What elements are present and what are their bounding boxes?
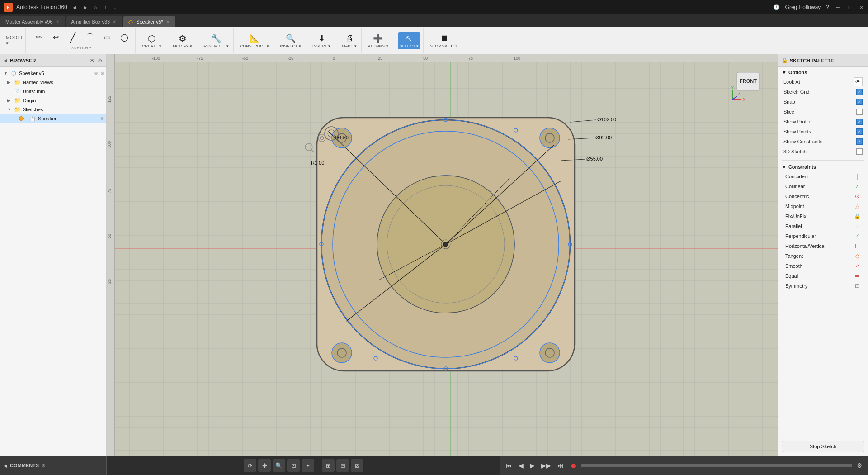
tree-item-units[interactable]: ▶ 📄 Units: mm [0,87,106,96]
comments-collapse-btn[interactable]: ◀ [4,463,7,468]
smooth-constraint[interactable]: Smooth ↗ [782,261,864,271]
smooth-label: Smooth [785,263,802,269]
show-profile-checkbox[interactable] [856,119,863,125]
select-dropdown[interactable]: ↖ SELECT ▾ [398,32,420,49]
toolbar-addins-group: ➕ ADD-INS ▾ [363,28,393,53]
coincident-constraint[interactable]: Coincident | [782,171,864,181]
insert-dropdown[interactable]: ⬇ INSERT ▾ [311,32,332,49]
perpendicular-constraint[interactable]: Perpendicular ✓ [782,231,864,241]
show-points-checkbox[interactable] [856,128,863,135]
look-at-btn[interactable]: 👁 [854,77,863,86]
parallel-constraint[interactable]: Parallel ⟋ [782,221,864,231]
comments-settings-icon[interactable]: ⚙ [42,463,46,468]
settings-timeline-btn[interactable]: ⚙ [855,460,864,471]
tree-item-speaker-v5[interactable]: ▼ ⬡ Speaker v5 👁 ⚙ [0,69,106,78]
maximize-button[interactable]: □ [846,4,853,10]
browser-eye-icon[interactable]: 👁 [90,57,95,64]
create-dropdown[interactable]: ⬡ CREATE ▾ [140,32,163,49]
left-panel: ◀ BROWSER 👁 ⚙ ▼ ⬡ Speaker v5 👁 ⚙ ▶ 📁 Nam… [0,54,107,456]
palette-constraints-header[interactable]: ▼ Constraints [782,164,864,170]
symmetry-constraint[interactable]: Symmetry ⊡ [782,281,864,291]
fix-unfix-constraint[interactable]: Fix/UnFix 🔒 [782,211,864,221]
rectangle-btn[interactable]: ▭ [99,31,115,44]
next-btn[interactable]: ▶▶ [539,460,553,471]
tangent-constraint[interactable]: Tangent ◇ [782,251,864,261]
help-icon[interactable]: ? [826,4,829,10]
tree-item-named-views[interactable]: ▶ 📁 Named Views [0,78,106,87]
assemble-dropdown[interactable]: 🔧 ASSEMBLE ▾ [202,32,231,49]
visibility-icon[interactable]: 👁 [94,71,99,76]
stop-sketch-toolbar-btn[interactable]: ⏹ STOP SKETCH [428,32,460,49]
equal-constraint[interactable]: Equal ═ [782,271,864,281]
tab-close-amplifier[interactable]: ✕ [113,19,116,24]
visibility-icon[interactable]: 👁 [100,116,104,121]
svg-line-63 [311,149,314,152]
palette-spacer [778,294,868,437]
toolbar-sketch-group: ✏ ↩ ╱ ⌒ ▭ ◯ SKETCH ▾ [28,28,136,53]
addins-dropdown[interactable]: ➕ ADD-INS ▾ [366,32,390,49]
orbit-btn[interactable]: ⟳ [244,459,256,472]
minimize-button[interactable]: ─ [835,4,841,10]
view-cube[interactable]: FRONT X Y Z [730,66,766,102]
assemble-icon: 🔧 [211,33,222,44]
horizontal-vertical-constraint[interactable]: Horizontal/Vertical ⊢ [782,241,864,251]
midpoint-constraint[interactable]: Midpoint △ [782,201,864,211]
nav-home[interactable]: ⌂ [93,4,99,11]
nav-down[interactable]: ↓ [112,4,118,11]
nav-back[interactable]: ◀ [71,4,78,11]
record-btn[interactable]: ⏺ [568,460,578,471]
grid-display-btn[interactable]: ⊟ [336,459,349,472]
tree-item-sketches[interactable]: ▼ 📁 Sketches [0,105,106,114]
tree-item-speaker-sketch[interactable]: ▶ 📋 Speaker 👁 [0,114,106,123]
display-mode-btn[interactable]: ⊞ [322,459,335,472]
prev-btn[interactable]: ◀ [517,460,525,471]
inspect-dropdown[interactable]: 🔍 INSPECT ▾ [278,32,303,49]
stop-sketch-palette-btn[interactable]: Stop Sketch [782,441,864,452]
zoom-btn[interactable]: 🔍 [273,459,285,472]
sketch-grid-checkbox[interactable] [856,89,863,95]
browser-content: ▼ ⬡ Speaker v5 👁 ⚙ ▶ 📁 Named Views ▶ 📄 U… [0,67,106,456]
tab-close-master[interactable]: ✕ [56,19,59,24]
slice-checkbox[interactable] [856,109,863,115]
browser-settings-icon[interactable]: ⚙ [98,57,103,64]
3d-sketch-checkbox[interactable] [856,148,863,155]
close-button[interactable]: ✕ [858,4,864,10]
nav-forward[interactable]: ▶ [82,4,89,11]
play-btn[interactable]: ▶ [528,460,537,471]
fit-btn[interactable]: ⊡ [287,459,300,472]
make-dropdown[interactable]: 🖨 MAKE ▾ [340,32,359,49]
arc-btn[interactable]: ⌒ [82,31,98,44]
skip-start-btn[interactable]: ⏮ [504,460,514,471]
browser-collapse-btn[interactable]: ◀ [4,58,7,63]
timeline-track[interactable] [581,464,852,467]
render-mode-btn[interactable]: ⊠ [351,459,363,472]
circle-btn[interactable]: ◯ [116,31,132,44]
tab-close-speaker[interactable]: ✕ [166,19,170,24]
line-btn[interactable]: ╱ [65,31,81,44]
tab-speaker[interactable]: ◇ Speaker v5* ✕ [123,16,175,27]
ruler-left: 125 100 75 50 25 [107,54,115,456]
zoom-in-btn[interactable]: + [302,459,314,472]
tree-item-origin[interactable]: ▶ 📁 Origin [0,96,106,105]
show-constraints-checkbox[interactable] [856,138,863,145]
construct-dropdown[interactable]: 📐 CONSTRUCT ▾ [238,32,271,49]
nav-up[interactable]: ↑ [103,4,108,11]
pan-btn[interactable]: ✥ [258,459,271,472]
skip-end-btn[interactable]: ⏭ [556,460,566,471]
view-tools: ⟳ ✥ 🔍 ⊡ + [244,459,314,472]
finish-sketch-btn[interactable]: ✏ [30,31,47,44]
snap-checkbox[interactable] [856,99,863,105]
tree-settings-icon[interactable]: ⚙ [100,71,104,76]
tab-master-assembly[interactable]: Master Assembly v96 ✕ [0,16,65,27]
palette-options-header[interactable]: ▼ Options [782,70,864,75]
svg-text:25: 25 [107,279,112,284]
insert-label: INSERT ▾ [312,44,330,48]
svg-line-70 [732,96,737,100]
tab-amplifier[interactable]: Amplifier Box v33 ✕ [66,16,123,27]
model-dropdown[interactable]: MODEL ▾ [6,34,23,47]
modify-dropdown[interactable]: ⚙ MODIFY ▾ [171,32,193,49]
undo-btn[interactable]: ↩ [47,31,64,44]
canvas-area[interactable]: -100 -75 -50 -25 0 25 50 75 100 125 100 … [107,54,778,456]
collinear-constraint[interactable]: Collinear ✓ [782,181,864,191]
concentric-constraint[interactable]: Concentric ⊙ [782,191,864,201]
